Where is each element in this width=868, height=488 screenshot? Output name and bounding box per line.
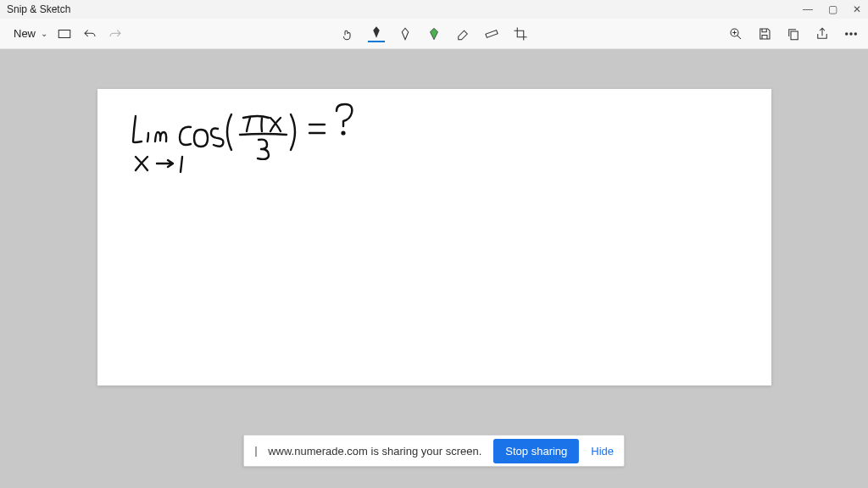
svg-point-7 bbox=[850, 32, 852, 34]
share-message: www.numerade.com is sharing your screen. bbox=[268, 445, 481, 458]
pencil-icon[interactable] bbox=[397, 25, 414, 42]
new-label: New bbox=[14, 27, 36, 40]
more-icon[interactable] bbox=[843, 25, 860, 42]
ruler-icon[interactable] bbox=[483, 25, 500, 42]
save-icon[interactable] bbox=[756, 25, 773, 42]
canvas-paper[interactable] bbox=[97, 89, 771, 385]
hide-share-bar-button[interactable]: Hide bbox=[591, 445, 614, 458]
toolbar-left: New ⌄ bbox=[8, 25, 124, 42]
new-snip-button[interactable]: New ⌄ bbox=[8, 27, 47, 40]
svg-rect-5 bbox=[791, 31, 798, 40]
chevron-down-icon[interactable]: ⌄ bbox=[41, 29, 47, 38]
toolbar-right bbox=[727, 25, 860, 42]
window-controls: — ▢ ✕ bbox=[803, 3, 861, 15]
zoom-icon[interactable] bbox=[727, 25, 744, 42]
share-icon[interactable] bbox=[814, 25, 831, 42]
close-button[interactable]: ✕ bbox=[853, 3, 861, 15]
touch-writing-icon[interactable] bbox=[339, 25, 356, 42]
stop-sharing-button[interactable]: Stop sharing bbox=[493, 439, 579, 463]
crop-icon[interactable] bbox=[512, 25, 529, 42]
screen-share-bar: || www.numerade.com is sharing your scre… bbox=[243, 435, 625, 467]
svg-rect-2 bbox=[58, 30, 70, 37]
undo-button[interactable] bbox=[81, 25, 98, 42]
drag-handle-icon[interactable]: || bbox=[254, 445, 256, 457]
maximize-button[interactable]: ▢ bbox=[828, 3, 837, 15]
canvas-area bbox=[0, 49, 868, 488]
titlebar: Snip & Sketch — ▢ ✕ bbox=[0, 0, 868, 19]
svg-point-8 bbox=[854, 32, 856, 34]
minimize-button[interactable]: — bbox=[803, 3, 813, 15]
eraser-icon[interactable] bbox=[454, 25, 471, 42]
svg-point-9 bbox=[342, 132, 344, 135]
fullscreen-snip-icon[interactable] bbox=[56, 25, 73, 42]
highlighter-icon[interactable] bbox=[426, 25, 442, 42]
handwriting-ink bbox=[97, 89, 771, 385]
window-title: Snip & Sketch bbox=[7, 3, 70, 15]
svg-rect-3 bbox=[486, 30, 498, 37]
svg-point-6 bbox=[846, 32, 848, 34]
toolbar: New ⌄ bbox=[0, 19, 868, 49]
copy-icon[interactable] bbox=[785, 25, 802, 42]
toolbar-center bbox=[339, 25, 529, 42]
ballpoint-pen-icon[interactable] bbox=[368, 25, 385, 42]
redo-button bbox=[107, 25, 124, 42]
